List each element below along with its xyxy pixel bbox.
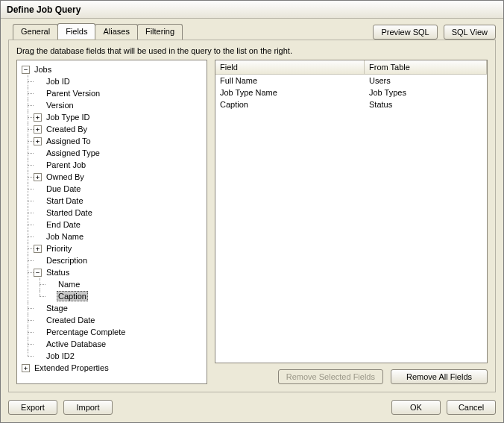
column-header-from-table[interactable]: From Table (365, 60, 487, 74)
tree-label: Description (45, 256, 89, 265)
titlebar: Define Job Query (1, 1, 503, 19)
tree-node-end-date[interactable]: End Date (34, 219, 205, 231)
tree-node-assigned-to[interactable]: +Assigned To (34, 135, 205, 147)
list-buttons: Remove Selected Fields Remove All Fields (215, 369, 488, 384)
tree-node-job-id2[interactable]: Job ID2 (34, 350, 205, 362)
tree-node-version[interactable]: Version (34, 99, 205, 111)
tree-node-owned-by[interactable]: +Owned By (34, 171, 205, 183)
cell-table: Users (365, 75, 487, 87)
tree-node-assigned-type[interactable]: Assigned Type (34, 147, 205, 159)
tree-label: Percentage Complete (45, 328, 127, 336)
collapse-icon[interactable]: − (22, 66, 30, 74)
tree-label: Parent Job (45, 160, 87, 169)
tree-node-priority[interactable]: +Priority (34, 242, 205, 254)
list-row[interactable]: Caption Status (215, 98, 487, 110)
expand-icon[interactable]: + (34, 245, 42, 253)
tab-aliases-label: Aliases (103, 27, 129, 36)
tab-general[interactable]: General (13, 24, 58, 40)
ok-label: OK (410, 403, 422, 412)
tree-label: Job Type ID (45, 113, 92, 122)
tree-node-due-date[interactable]: Due Date (34, 183, 205, 195)
tree-node-stage[interactable]: Stage (34, 302, 205, 314)
tree-node-extended-properties[interactable]: +Extended Properties (22, 362, 205, 374)
cell-field: Caption (215, 98, 365, 110)
tree-label: Assigned Type (45, 148, 101, 157)
expand-icon[interactable]: + (34, 173, 42, 181)
tree-label: Started Date (45, 208, 94, 217)
column-header-field[interactable]: Field (215, 60, 365, 74)
tab-aliases[interactable]: Aliases (95, 24, 137, 40)
tree-label: Job ID (45, 77, 72, 86)
cancel-button[interactable]: Cancel (447, 400, 496, 415)
cell-field: Job Type Name (215, 87, 365, 98)
tree-label: Active Database (45, 339, 107, 348)
tree-node-job-type-id[interactable]: +Job Type ID (34, 111, 205, 123)
panes: − Jobs Job ID Parent Version Version +Jo… (16, 60, 488, 384)
top-buttons: Preview SQL SQL View (373, 25, 496, 40)
tree-label: Stage (45, 304, 69, 313)
import-label: Import (76, 403, 99, 412)
fields-tree[interactable]: − Jobs Job ID Parent Version Version +Jo… (16, 60, 207, 384)
tree-node-status[interactable]: −Status (34, 266, 205, 278)
expand-icon[interactable]: + (22, 364, 30, 372)
sql-view-label: SQL View (452, 28, 488, 37)
tree-label: Priority (45, 244, 73, 253)
export-button[interactable]: Export (8, 400, 57, 415)
tab-fields[interactable]: Fields (57, 23, 95, 39)
instruction-text: Drag the database fields that will be us… (16, 46, 488, 55)
expand-icon[interactable]: + (34, 113, 42, 122)
list-body: Full Name Users Job Type Name Job Types … (215, 75, 487, 363)
tree-label: Start Date (45, 196, 85, 205)
tree-node-jobs[interactable]: − Jobs (22, 63, 205, 75)
tab-filtering[interactable]: Filtering (137, 24, 183, 40)
tree-label: Job ID2 (45, 351, 76, 360)
tree-node-created-by[interactable]: +Created By (34, 123, 205, 135)
tree-node-status-caption[interactable]: Caption (45, 290, 205, 302)
remove-all-label: Remove All Fields (406, 372, 472, 381)
collapse-icon[interactable]: − (34, 269, 42, 277)
expand-icon[interactable]: + (34, 137, 42, 145)
tree-node-status-name[interactable]: Name (45, 278, 205, 290)
tree-node-created-date[interactable]: Created Date (34, 314, 205, 326)
tree-node-start-date[interactable]: Start Date (34, 195, 205, 207)
tree-label: End Date (45, 220, 82, 229)
tree-label: Owned By (45, 172, 86, 181)
sql-view-button[interactable]: SQL View (444, 25, 496, 40)
bottom-row: Export Import OK Cancel (1, 397, 503, 422)
ok-button[interactable]: OK (391, 400, 441, 415)
expand-icon[interactable]: + (34, 125, 42, 134)
export-label: Export (21, 403, 45, 412)
tree-node-description[interactable]: Description (34, 254, 205, 266)
tree-label-jobs: Jobs (33, 65, 53, 74)
tree-label: Status (45, 268, 71, 277)
cell-field: Full Name (215, 75, 365, 87)
remove-selected-fields-button[interactable]: Remove Selected Fields (278, 369, 383, 384)
list-row[interactable]: Job Type Name Job Types (215, 87, 487, 98)
cell-table: Job Types (365, 87, 487, 98)
tab-strip: General Fields Aliases Filtering (13, 23, 182, 39)
tree-node-percentage-complete[interactable]: Percentage Complete (34, 326, 205, 338)
remove-all-fields-button[interactable]: Remove All Fields (391, 369, 488, 384)
tree-node-parent-version[interactable]: Parent Version (34, 87, 205, 99)
tree-label: Created By (45, 125, 89, 134)
preview-sql-label: Preview SQL (381, 28, 429, 37)
list-row[interactable]: Full Name Users (215, 75, 487, 87)
list-header: Field From Table (215, 60, 487, 75)
tab-filtering-label: Filtering (145, 27, 174, 36)
dialog-window: Define Job Query General Fields Aliases … (0, 0, 504, 423)
selected-fields-list[interactable]: Field From Table Full Name Users Job Typ… (215, 60, 488, 363)
right-column: Field From Table Full Name Users Job Typ… (215, 60, 488, 384)
preview-sql-button[interactable]: Preview SQL (373, 25, 437, 40)
tree-node-active-database[interactable]: Active Database (34, 338, 205, 350)
import-button[interactable]: Import (63, 400, 113, 415)
tree-node-parent-job[interactable]: Parent Job (34, 159, 205, 171)
tree-label: Name (57, 280, 81, 289)
tree-label-selected: Caption (57, 291, 88, 301)
header-row: General Fields Aliases Filtering Preview… (1, 23, 503, 40)
tree-node-started-date[interactable]: Started Date (34, 207, 205, 219)
tree-node-job-id[interactable]: Job ID (34, 75, 205, 87)
tree-label: Extended Properties (33, 363, 110, 372)
tree-node-job-name[interactable]: Job Name (34, 231, 205, 242)
cell-table: Status (365, 98, 487, 110)
tree-label: Job Name (45, 232, 85, 241)
